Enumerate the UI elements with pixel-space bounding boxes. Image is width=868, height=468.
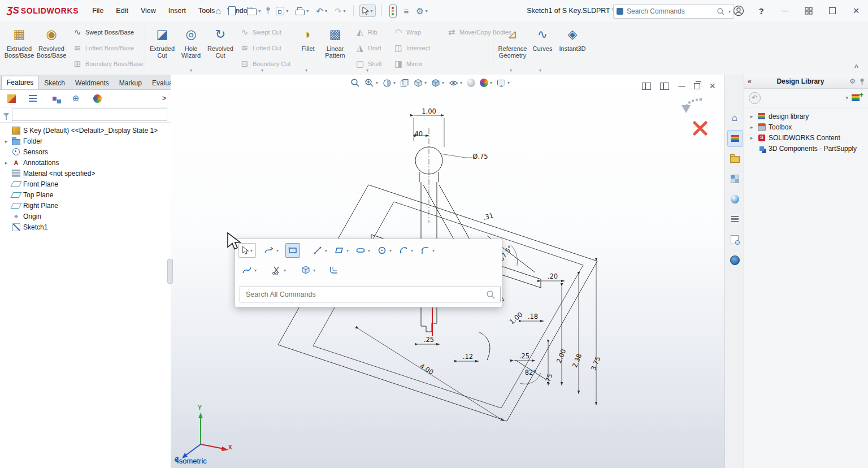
menu-edit[interactable]: Edit: [116, 7, 128, 15]
dimension-label[interactable]: .20: [548, 272, 558, 280]
expand-arrow-icon[interactable]: ▸: [3, 138, 9, 144]
spline-tool-button[interactable]: ▾: [242, 265, 257, 275]
dimension-label[interactable]: 82°: [525, 369, 536, 376]
tree-item-sensors[interactable]: Sensors: [0, 146, 171, 157]
chevron-down-icon[interactable]: ▾: [313, 268, 315, 273]
dimension-label[interactable]: .25: [424, 336, 434, 344]
pin-pane-icon[interactable]: [859, 78, 865, 85]
line-tool-button[interactable]: ▾: [313, 245, 327, 255]
hole-wizard-button[interactable]: ◎ Hole Wizard: [177, 24, 205, 71]
chevron-down-icon[interactable]: ▾: [325, 8, 327, 14]
chevron-down-icon[interactable]: ▾: [389, 248, 392, 253]
boundary-boss-base-button[interactable]: ⊞ Boundary Boss/Base: [70, 57, 145, 71]
tree-item-origin[interactable]: ⌖ Origin: [0, 211, 171, 222]
extruded-boss-base-button[interactable]: ▦ Extruded Boss/Base: [3, 24, 35, 71]
rectangle-tool-button[interactable]: ▾: [334, 245, 349, 255]
fillet-flyout-icon[interactable]: ▾: [305, 68, 307, 73]
swept-boss-base-button[interactable]: ∿ Swept Boss/Base: [70, 25, 145, 40]
tree-filter-input[interactable]: [12, 109, 167, 121]
extruded-cut-button[interactable]: ◪ Extruded Cut: [148, 24, 176, 71]
chevron-down-icon[interactable]: ▾: [460, 80, 462, 85]
tab-markup[interactable]: Markup: [114, 77, 147, 89]
trim-entities-button[interactable]: ▾: [271, 265, 286, 275]
chevron-down-icon[interactable]: ▾: [250, 248, 253, 253]
boundary-cut-button[interactable]: ⊟ Boundary Cut: [237, 57, 298, 71]
library-item-toolbox[interactable]: ▸ Toolbox: [744, 122, 868, 132]
chevron-down-icon[interactable]: ▾: [258, 8, 261, 14]
window-pane-icon[interactable]: [642, 83, 651, 90]
home-button[interactable]: ⌂: [214, 5, 223, 17]
section-view-button[interactable]: ▾: [383, 79, 396, 88]
shell-button[interactable]: ▢ Shell: [353, 57, 390, 71]
design-library-tab[interactable]: [727, 130, 743, 147]
panel-splitter[interactable]: [167, 259, 173, 284]
filter-icon[interactable]: [3, 113, 9, 117]
view-orientation-button[interactable]: ▾: [414, 79, 427, 88]
lofted-boss-base-button[interactable]: ≋ Lofted Boss/Base: [70, 41, 145, 55]
chevron-down-icon[interactable]: ▾: [426, 8, 428, 14]
restore-window-button[interactable]: [823, 0, 842, 21]
revolved-boss-base-button[interactable]: ◉ Revolved Boss/Base: [35, 24, 68, 71]
collapse-ribbon-button[interactable]: ^: [854, 63, 858, 71]
chevron-down-icon[interactable]: ▾: [344, 8, 346, 14]
convert-entities-button[interactable]: ▾: [301, 265, 315, 275]
intersect-button[interactable]: ◫ Intersect: [391, 41, 443, 55]
expand-arrow-icon[interactable]: ▸: [749, 114, 754, 119]
minimize-document-button[interactable]: —: [678, 83, 685, 90]
command-search-box[interactable]: ▾: [613, 4, 734, 19]
close-document-button[interactable]: ×: [709, 80, 715, 92]
expand-arrow-icon[interactable]: ▸: [749, 135, 754, 141]
tree-item-material[interactable]: Material <not specified>: [0, 168, 171, 179]
library-item-solidworks-content[interactable]: ▸ SOLIDWORKS Content: [744, 132, 868, 143]
cut-flyout-icon[interactable]: ▾: [261, 68, 263, 73]
zoom-to-fit-button[interactable]: [350, 78, 360, 88]
document-manager-tab[interactable]: [727, 232, 742, 248]
reference-geometry-flyout-icon[interactable]: ▾: [510, 68, 512, 73]
offset-entities-button[interactable]: [329, 265, 339, 275]
swept-cut-button[interactable]: ∿ Swept Cut: [237, 25, 298, 40]
file-explorer-tab[interactable]: [727, 150, 742, 166]
corner-rectangle-tool-button[interactable]: [285, 243, 300, 258]
linear-pattern-button[interactable]: ▩ Linear Pattern: [320, 24, 350, 71]
reference-geometry-button[interactable]: ⊿ Reference Geometry: [496, 24, 529, 71]
dimension-label[interactable]: .40: [413, 130, 423, 138]
library-item-design-library[interactable]: ▸ design library: [744, 111, 868, 122]
custom-properties-tab[interactable]: [727, 211, 742, 227]
rib-button[interactable]: ◭ Rib: [353, 25, 390, 40]
options-button[interactable]: ⚙▾: [414, 6, 429, 16]
shortcut-search-box[interactable]: [240, 287, 501, 302]
configurationmanager-tab-icon[interactable]: [49, 93, 60, 104]
close-window-button[interactable]: ×: [847, 0, 866, 21]
redo-button[interactable]: ↷▾: [333, 6, 348, 16]
chevron-down-icon[interactable]: ▾: [442, 80, 444, 85]
collapse-pane-button[interactable]: «: [748, 77, 752, 85]
chevron-down-icon[interactable]: ▾: [346, 248, 349, 253]
revolved-cut-button[interactable]: ↻ Revolved Cut: [206, 24, 235, 71]
minimize-window-button[interactable]: —: [775, 0, 795, 21]
chevron-down-icon[interactable]: ▾: [306, 8, 309, 14]
propertymanager-tab-icon[interactable]: [27, 93, 38, 104]
expand-panel-button[interactable]: >: [162, 94, 166, 102]
wrap-button[interactable]: ◠ Wrap: [391, 25, 443, 40]
graphics-area[interactable]: 1.00 .40 Ø.75 .31 37.5° .20 .18 1.00 .25…: [171, 75, 724, 468]
arc-tool-button[interactable]: ▾: [398, 245, 413, 255]
appearances-scenes-tab[interactable]: [727, 191, 742, 207]
chevron-down-icon[interactable]: ▾: [284, 268, 286, 273]
history-back-button[interactable]: ↶: [749, 92, 761, 104]
tree-item-front-plane[interactable]: Front Plane: [0, 179, 171, 189]
view-palette-tab[interactable]: [727, 171, 742, 187]
fillet-button[interactable]: ◗ Fillet: [296, 24, 320, 71]
help-button[interactable]: ?: [752, 0, 771, 21]
add-to-library-icon[interactable]: [852, 94, 860, 101]
dimxpertmanager-tab-icon[interactable]: ⊕: [70, 93, 81, 104]
pane-options-button[interactable]: ⚙: [849, 77, 856, 85]
tree-item-top-plane[interactable]: Top Plane: [0, 189, 171, 200]
shortcut-search-input[interactable]: [245, 290, 483, 299]
display-style-button[interactable]: ▾: [431, 79, 444, 88]
draft-button[interactable]: ◮ Draft: [353, 41, 390, 55]
chevron-down-icon[interactable]: ▾: [368, 248, 370, 253]
hide-show-items-button[interactable]: ▾: [449, 79, 462, 88]
exit-sketch-icon[interactable]: [677, 97, 709, 120]
command-list-button[interactable]: ≡: [402, 6, 411, 16]
account-button[interactable]: [729, 0, 748, 21]
